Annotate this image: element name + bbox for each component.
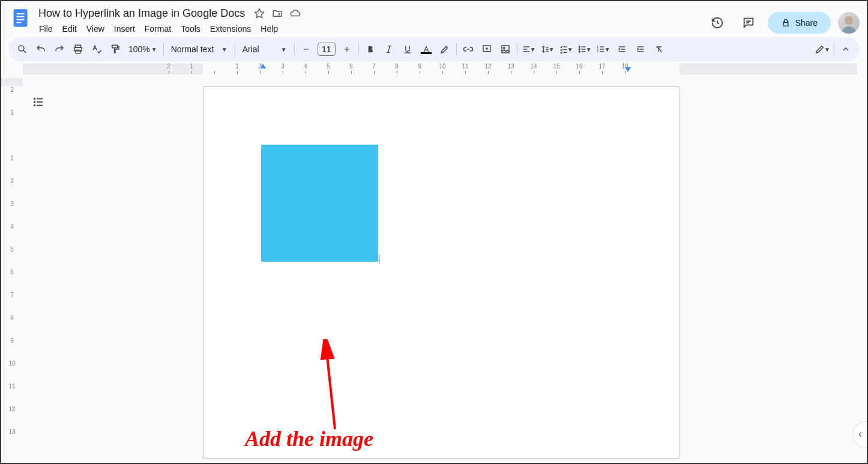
svg-point-17 xyxy=(579,51,580,52)
insert-link-icon[interactable] xyxy=(459,40,477,58)
lock-icon xyxy=(781,18,791,28)
font-size-control xyxy=(297,40,356,58)
increase-font-icon[interactable] xyxy=(338,40,356,58)
undo-icon[interactable] xyxy=(32,40,50,58)
text-color-indicator xyxy=(421,52,432,54)
horizontal-ruler[interactable]: 21123456789101112131415161718 xyxy=(23,64,857,74)
inserted-image[interactable] xyxy=(261,145,378,262)
underline-icon[interactable] xyxy=(399,40,417,58)
zoom-value: 100% xyxy=(128,44,150,54)
svg-rect-4 xyxy=(16,22,21,23)
highlight-icon[interactable] xyxy=(436,40,454,58)
menu-view[interactable]: View xyxy=(82,22,109,36)
font-family-select[interactable]: Arial▼ xyxy=(238,44,292,54)
caret-icon: ▼ xyxy=(824,46,830,53)
ruler-ticks: 21123456789101112131415161718 xyxy=(157,64,636,74)
move-icon[interactable] xyxy=(271,7,283,19)
toolbar-container: 100%▼ Normal text▼ Arial▼ ▼ ▼ ▼ ▼ 123▼ ▼ xyxy=(1,37,867,61)
indent-marker-left[interactable] xyxy=(260,64,266,68)
history-icon[interactable] xyxy=(705,11,729,35)
menu-file[interactable]: File xyxy=(35,22,57,36)
menu-edit[interactable]: Edit xyxy=(58,22,81,36)
text-color-icon[interactable] xyxy=(417,40,435,58)
paint-format-icon[interactable] xyxy=(106,40,124,58)
indent-marker-right[interactable] xyxy=(625,67,631,72)
bold-icon[interactable] xyxy=(361,40,379,58)
separator xyxy=(517,43,517,55)
menu-help[interactable]: Help xyxy=(256,22,282,36)
separator xyxy=(163,43,164,55)
svg-point-15 xyxy=(579,46,580,47)
decrease-font-icon[interactable] xyxy=(297,40,315,58)
align-icon[interactable]: ▼ xyxy=(520,40,538,58)
svg-rect-3 xyxy=(16,19,24,20)
insert-image-icon[interactable] xyxy=(496,40,514,58)
decrease-indent-icon[interactable] xyxy=(613,40,631,58)
svg-point-14 xyxy=(503,47,504,49)
spellcheck-icon[interactable] xyxy=(88,40,106,58)
cloud-status-icon[interactable] xyxy=(289,7,301,19)
svg-rect-11 xyxy=(112,45,118,48)
menu-insert[interactable]: Insert xyxy=(110,22,139,36)
zoom-select[interactable]: 100%▼ xyxy=(125,44,161,54)
svg-rect-13 xyxy=(502,46,509,53)
toolbar: 100%▼ Normal text▼ Arial▼ ▼ ▼ ▼ ▼ 123▼ ▼ xyxy=(8,37,860,61)
collapse-toolbar-icon[interactable] xyxy=(837,40,855,58)
separator xyxy=(834,43,834,55)
workspace: 2112345678910111213 Add the image xyxy=(1,78,867,463)
redo-icon[interactable] xyxy=(50,40,68,58)
avatar[interactable] xyxy=(838,12,860,34)
svg-point-16 xyxy=(579,49,580,50)
paragraph-style-select[interactable]: Normal text▼ xyxy=(166,44,232,54)
share-button[interactable]: Share xyxy=(768,12,831,34)
ruler-margin-right xyxy=(680,64,857,74)
editing-mode-icon[interactable]: ▼ xyxy=(813,40,831,58)
toolbar-right: ▼ xyxy=(813,40,855,58)
menu-tools[interactable]: Tools xyxy=(176,22,205,36)
numbered-list-icon[interactable]: 123▼ xyxy=(594,40,612,58)
share-label: Share xyxy=(795,18,818,28)
title-row: How to Hyperlink an Image in Google Docs xyxy=(35,6,705,20)
vertical-ruler[interactable]: 2112345678910111213 xyxy=(1,78,23,463)
insert-comment-icon[interactable] xyxy=(478,40,496,58)
ruler-margin-top xyxy=(1,78,23,86)
font-family-value: Arial xyxy=(243,44,259,54)
title-icons xyxy=(253,7,301,19)
title-area: How to Hyperlink an Image in Google Docs… xyxy=(35,6,705,36)
bulleted-list-icon[interactable]: ▼ xyxy=(576,40,594,58)
font-size-input[interactable] xyxy=(318,43,336,56)
caret-icon: ▼ xyxy=(151,46,157,53)
svg-text:3: 3 xyxy=(597,50,598,53)
print-icon[interactable] xyxy=(69,40,87,58)
caret-icon: ▼ xyxy=(530,46,536,53)
separator xyxy=(235,43,235,55)
canvas[interactable]: Add the image xyxy=(23,78,867,463)
menu-extensions[interactable]: Extensions xyxy=(206,22,255,36)
caret-icon: ▼ xyxy=(549,46,555,53)
svg-rect-2 xyxy=(16,16,24,17)
svg-rect-5 xyxy=(783,22,788,26)
separator xyxy=(456,43,457,55)
document-title[interactable]: How to Hyperlink an Image in Google Docs xyxy=(35,6,249,21)
line-spacing-icon[interactable]: ▼ xyxy=(538,40,556,58)
docs-logo-icon[interactable] xyxy=(8,6,32,30)
caret-icon: ▼ xyxy=(222,46,228,53)
document-page[interactable] xyxy=(203,86,680,459)
search-menus-icon[interactable] xyxy=(13,40,31,58)
caret-icon: ▼ xyxy=(586,46,592,53)
separator xyxy=(294,43,295,55)
comments-icon[interactable] xyxy=(737,11,761,35)
star-icon[interactable] xyxy=(253,7,265,19)
checklist-icon[interactable]: ▼ xyxy=(557,40,575,58)
caret-icon: ▼ xyxy=(281,46,287,53)
separator xyxy=(358,43,359,55)
menu-format[interactable]: Format xyxy=(140,22,175,36)
caret-icon: ▼ xyxy=(604,46,610,53)
increase-indent-icon[interactable] xyxy=(631,40,649,58)
svg-point-7 xyxy=(19,46,24,51)
menu-bar: File Edit View Insert Format Tools Exten… xyxy=(35,22,705,36)
svg-point-6 xyxy=(845,16,853,25)
italic-icon[interactable] xyxy=(380,40,398,58)
clear-formatting-icon[interactable] xyxy=(650,40,668,58)
paragraph-style-value: Normal text xyxy=(171,44,214,54)
